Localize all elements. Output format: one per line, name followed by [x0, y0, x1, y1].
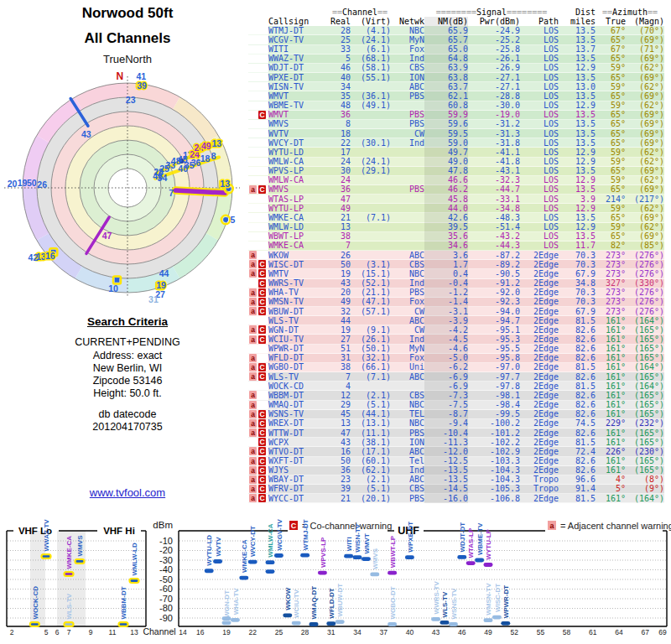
cell-virtual-channel: (24.1)	[351, 157, 391, 166]
station-power-marker	[370, 573, 379, 577]
table-row: WYTU-LD1749.7-41.1LOS12.959°(62°)	[248, 148, 664, 157]
cell-azimuth-magn: (69°)	[626, 91, 664, 101]
station-power-marker	[388, 571, 397, 575]
cell-network: ABC	[391, 82, 424, 91]
header-miles: miles	[559, 17, 596, 26]
cell-network: ABC	[391, 475, 424, 484]
co-channel-warning-icon: C	[258, 438, 266, 446]
station-marker-label: WDJT-DT	[459, 522, 466, 553]
dbm-tick-label: -40	[159, 564, 173, 574]
cell-azimuth-magn: (165°)	[626, 344, 664, 353]
cell-network: Fox	[391, 297, 424, 306]
cell-path: 2Edge	[520, 344, 559, 353]
cell-network: PBS	[391, 184, 424, 194]
tvfool-link[interactable]: www.tvfool.com	[90, 486, 165, 499]
cell-dist-miles: 13.5	[559, 35, 596, 44]
cell-azimuth-magn: (165°)	[626, 428, 664, 438]
cell-azimuth-true: 273°	[596, 297, 626, 306]
cell-real-channel: 13	[329, 222, 351, 231]
cell-path: 2Edge	[520, 428, 559, 438]
station-power-marker	[388, 622, 397, 626]
cell-path: LOS	[520, 184, 559, 194]
polar-azimuth-svg: N413923432019502647131642104419273157132…	[4, 65, 249, 314]
table-row: WITI33(6.1)Fox65.0-25.8LOS13.767°(71°)	[248, 45, 664, 55]
cell-virtual-channel: (68.1)	[351, 54, 391, 63]
table-row: WCGV-TV25(24.1)MyN65.7-25.2LOS13.565°(69…	[248, 35, 664, 44]
cell-pwr-dbm: -26.9	[468, 63, 520, 72]
table-row: CWCPX43(38.1)ION-11.3-102.22Edge81.5161°…	[248, 438, 664, 447]
station-marker-label: WGBO-DT	[389, 586, 397, 619]
cell-dist-miles: 70.3	[559, 260, 596, 269]
cell-path: LOS	[520, 110, 559, 119]
dbm-tick-label: -70	[159, 594, 173, 604]
station-power-marker	[283, 613, 292, 617]
cell-callsign: WTAS-LP	[268, 195, 329, 204]
cell-real-channel: 49	[329, 204, 351, 213]
station-power-marker	[231, 618, 240, 622]
warning-markers: a	[248, 251, 268, 259]
cell-dist-miles: 13.5	[559, 213, 596, 222]
cell-network: PBS	[391, 428, 424, 438]
station-power-marker	[266, 560, 275, 564]
warning-markers	[248, 138, 268, 147]
cell-virtual-channel: (7.1)	[351, 372, 391, 382]
cell-nm-db: -9.4	[424, 418, 468, 428]
cell-pwr-dbm: -34.8	[468, 204, 520, 213]
station-power-marker	[222, 621, 231, 625]
cell-virtual-channel: (50.1)	[351, 344, 391, 353]
cell-azimuth-true: 65°	[596, 231, 626, 241]
polar-channel-label: 34	[158, 173, 168, 183]
station-marker-label: WPWR-DT	[502, 585, 510, 619]
cell-nm-db: 64.8	[424, 54, 468, 63]
cell-azimuth-true: 65°	[596, 138, 626, 148]
warning-markers	[248, 176, 268, 184]
dbm-tick-label: -20	[159, 545, 173, 555]
station-marker-label: WLS-TV	[441, 591, 449, 617]
cell-nm-db: 59.0	[424, 138, 468, 148]
cell-network: NBC	[391, 418, 424, 428]
co-channel-warning-icon: C	[258, 457, 266, 465]
warning-markers	[248, 382, 268, 390]
band-power-chart: -10-20-30-40-50-60-70-80-90dBmVHF LoVHF …	[0, 518, 671, 644]
cell-virtual-channel: (2.1)	[351, 391, 391, 400]
cell-real-channel: 50	[329, 456, 351, 465]
uhf-channel-tick: 16	[196, 628, 205, 636]
warning-markers: aC	[248, 428, 268, 437]
cell-path: 2Edge	[520, 400, 559, 409]
cell-azimuth-true: 65°	[596, 54, 626, 63]
cell-azimuth-magn: (165°)	[626, 353, 664, 362]
cell-network: CW	[391, 129, 424, 138]
cell-azimuth-magn: (276°)	[626, 297, 664, 306]
search-address: Address: exact	[7, 350, 248, 361]
cell-callsign: WISN-TV	[268, 82, 329, 91]
cell-nm-db: -8.7	[424, 409, 468, 418]
station-marker-label: WVTV	[215, 537, 222, 557]
warning-markers: aC	[248, 325, 268, 334]
warning-markers: aC	[248, 307, 268, 315]
warning-markers: aC	[248, 185, 268, 194]
cell-path: LOS	[520, 204, 559, 213]
adjacent-channel-warning-icon: a	[249, 447, 257, 455]
cell-azimuth-magn: (62°)	[626, 82, 664, 91]
cell-pwr-dbm: -25.8	[468, 44, 520, 54]
adjacent-channel-warning-icon: a	[249, 428, 257, 437]
cell-dist-miles: 70.3	[559, 288, 596, 297]
cell-dist-miles: 13.5	[559, 119, 596, 128]
cell-azimuth-magn: (69°)	[626, 213, 664, 222]
polar-channel-label: 10	[108, 283, 118, 293]
cell-virtual-channel: (24.1)	[351, 35, 391, 44]
warning-markers: aC	[248, 494, 268, 502]
polar-channel-label: 26	[37, 179, 47, 190]
cell-virtual-channel: (60.1)	[351, 456, 391, 465]
polar-azimuth-chart: N413923432019502647131642104419273157132…	[4, 65, 249, 317]
cell-real-channel: 18	[329, 129, 351, 138]
cell-real-channel: 29	[329, 400, 351, 409]
cell-azimuth-magn: (165°)	[626, 409, 664, 418]
table-row: aCWGBO-DT38(66.1)Uni-6.2-97.02Edge81.516…	[248, 363, 664, 372]
cell-network: CBS	[391, 63, 424, 72]
cell-nm-db: -3.1	[424, 307, 468, 316]
cell-nm-db: 3.6	[424, 251, 468, 260]
cell-azimuth-true: 59°	[596, 148, 626, 157]
cell-azimuth-magn: (69°)	[626, 231, 664, 241]
cell-real-channel: 19	[329, 269, 351, 278]
